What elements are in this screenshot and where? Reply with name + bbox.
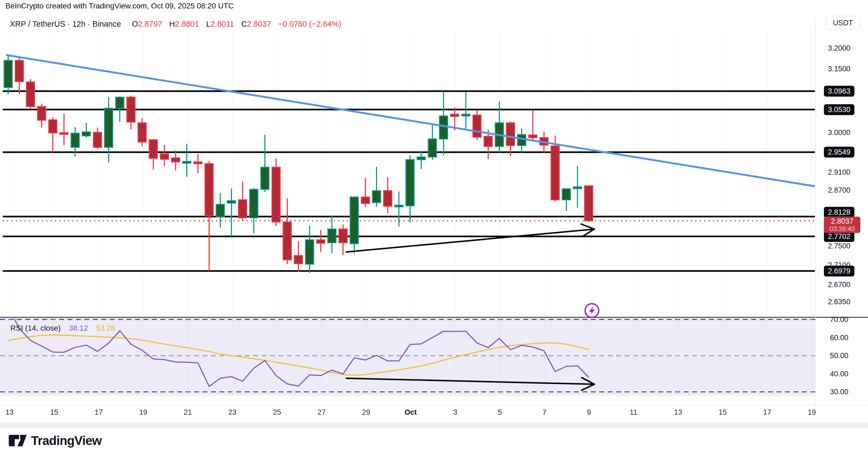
candle: [239, 182, 247, 221]
price-label: 3.1500: [824, 64, 855, 73]
high-value: 2.8801: [175, 20, 199, 28]
current-price-badge: 2.803703:39:40: [824, 217, 860, 233]
candle: [350, 196, 358, 254]
candle: [306, 226, 314, 273]
price-label: 2.6700: [824, 280, 855, 289]
price-label: 2.7500: [824, 241, 855, 251]
candle: [272, 158, 280, 226]
date-label: 25: [273, 408, 281, 417]
high-label: H: [169, 20, 175, 28]
open-label: O: [132, 20, 138, 28]
date-label: 23: [228, 408, 236, 417]
candle: [585, 186, 593, 222]
close-label: C: [241, 20, 247, 28]
current-price-value: 2.8037: [824, 217, 860, 225]
candle: [15, 57, 23, 94]
candle: [160, 145, 168, 167]
symbol-info-bar[interactable]: XRP / TetherUS · 12h · BinanceO2.8797H2.…: [10, 20, 341, 29]
candle: [172, 151, 180, 171]
price-label: 2.9100: [824, 168, 855, 177]
date-label: 13: [674, 408, 682, 417]
candle: [216, 193, 224, 228]
price-level-badge: 3.0963: [824, 86, 855, 97]
date-label: 5: [498, 408, 502, 417]
date-label: 29: [362, 408, 370, 417]
candle: [205, 161, 213, 271]
tradingview-logo-text: TradingView: [31, 433, 101, 448]
candle: [26, 79, 35, 108]
rsi-legend-title: RSI (14, close): [10, 324, 61, 332]
date-label: 11: [630, 408, 638, 417]
candle: [562, 188, 570, 210]
change-value: −0.0760 (−2.64%): [278, 20, 341, 28]
candle: [4, 55, 12, 94]
price-label: 3.2000: [824, 43, 855, 53]
price-level-badge: 2.8128: [824, 207, 855, 218]
date-label: 15: [718, 408, 727, 417]
candle: [82, 123, 90, 138]
candle: [93, 128, 101, 149]
rsi-level-label: 30.00: [824, 387, 855, 396]
candle: [428, 124, 436, 159]
candle: [384, 177, 392, 213]
price-axis-separator: [815, 15, 816, 405]
candle: [194, 154, 202, 173]
candle: [395, 192, 403, 227]
candlestick-series: [4, 55, 593, 273]
candle: [439, 91, 447, 155]
candle: [574, 166, 582, 208]
candle: [406, 156, 414, 222]
rsi-level-label: 70.00: [824, 315, 855, 324]
price-label: 3.0000: [824, 128, 855, 137]
date-label: 7: [542, 408, 547, 417]
tradingview-logo[interactable]: TradingView: [8, 433, 101, 448]
attribution-header: BeInCrypto created with TradingView.com,…: [5, 2, 234, 10]
rsi-ma-value: 53.28: [96, 324, 115, 332]
date-label: 19: [139, 408, 147, 417]
lightning-icon[interactable]: [585, 304, 599, 317]
date-label: 19: [808, 408, 816, 417]
candle: [473, 110, 481, 140]
candle: [138, 118, 146, 147]
bar-countdown: 03:39:40: [824, 225, 860, 232]
rsi-legend: RSI (14, close) 38.12 53.28: [10, 324, 115, 332]
candle: [294, 241, 303, 272]
candle: [250, 188, 258, 233]
candle: [372, 167, 381, 207]
candle: [149, 139, 157, 169]
footer-band: [0, 422, 868, 428]
date-label: 17: [94, 408, 103, 417]
candle: [317, 230, 325, 252]
rsi-level-label: 40.00: [824, 369, 855, 379]
candle: [60, 114, 68, 145]
currency-toggle-button[interactable]: USDT: [826, 16, 860, 30]
candle: [127, 96, 135, 129]
candle: [49, 117, 57, 154]
candle: [361, 178, 369, 206]
open-value: 2.8797: [138, 20, 162, 28]
date-label: 9: [587, 408, 591, 417]
candle: [183, 144, 191, 176]
trend-arrow: [346, 224, 594, 252]
date-label: 27: [317, 408, 326, 417]
candle: [227, 188, 236, 236]
rsi-level-label: 50.00: [824, 351, 855, 360]
price-level-badge: 2.9549: [824, 147, 855, 158]
price-level-badge: 2.6979: [824, 266, 855, 277]
date-label: 15: [50, 408, 58, 417]
time-axis-separator: [0, 405, 868, 405]
tradingview-logo-icon: [8, 434, 27, 447]
candle: [518, 128, 526, 152]
date-label: 3: [453, 408, 457, 417]
low-value: 2.8011: [211, 20, 234, 28]
date-label: 13: [5, 408, 13, 417]
candle: [529, 110, 537, 140]
candle: [261, 135, 269, 192]
rsi-value: 38.12: [69, 324, 88, 332]
low-label: L: [206, 20, 211, 28]
close-value: 2.8037: [247, 20, 271, 28]
date-label: Oct: [405, 408, 417, 417]
date-label: 17: [763, 408, 771, 417]
rsi-level-label: 60.00: [824, 333, 855, 342]
chart-canvas[interactable]: [0, 0, 868, 455]
